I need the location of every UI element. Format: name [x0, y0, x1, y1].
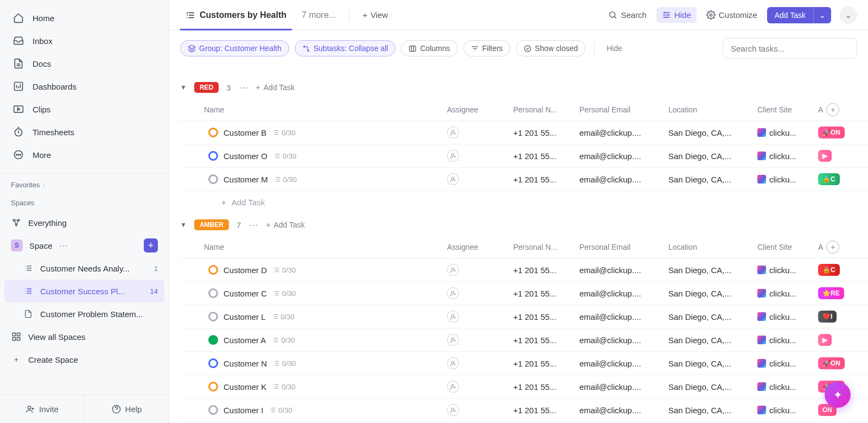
group-add-task[interactable]: + Add Task: [266, 220, 305, 229]
subtask-count[interactable]: 0/30: [269, 406, 292, 414]
status-dot-icon[interactable]: [208, 312, 218, 321]
add-task-row[interactable]: + Add Task: [180, 191, 868, 209]
subtask-count[interactable]: 0/30: [271, 336, 295, 344]
status-dot-icon[interactable]: [208, 265, 218, 275]
hide-toggle[interactable]: Hide: [603, 44, 626, 53]
chevron-down-icon[interactable]: ⌄: [813, 7, 831, 23]
subtasks-pill[interactable]: Subtasks: Collapse all: [295, 40, 396, 56]
help-button[interactable]: Help: [84, 395, 169, 423]
show-closed-pill[interactable]: Show closed: [516, 40, 585, 56]
subtask-count[interactable]: 0/30: [272, 289, 296, 298]
assignee-add-button[interactable]: [447, 150, 459, 162]
tab-more-views[interactable]: 7 more...: [296, 0, 341, 30]
add-button[interactable]: +: [144, 238, 158, 252]
stage-tag[interactable]: ▶: [818, 150, 832, 162]
doc-icon: [24, 310, 34, 318]
status-badge[interactable]: AMBER: [194, 219, 229, 230]
stage-tag[interactable]: ❤️I: [818, 311, 837, 323]
table-row[interactable]: Customer A 0/30 +1 201 55... email@click…: [180, 329, 868, 352]
stage-tag[interactable]: 🔒C: [818, 173, 840, 185]
collapse-icon[interactable]: ▼: [180, 221, 187, 229]
sidebar-item-everything[interactable]: Everything: [4, 211, 164, 234]
sidebar-item-create-space[interactable]: + Create Space: [4, 348, 164, 371]
table-row[interactable]: Customer K 0/30 +1 201 55... email@click…: [180, 375, 868, 399]
sidebar-item-home[interactable]: Home: [4, 7, 164, 29]
invite-button[interactable]: Invite: [0, 395, 84, 423]
more-icon[interactable]: ⋯: [59, 241, 68, 251]
table-row[interactable]: Customer D 0/30 +1 201 55... email@click…: [180, 258, 868, 282]
stage-tag[interactable]: ⭐RE: [818, 287, 844, 299]
stage-tag[interactable]: 🔒C: [818, 264, 840, 276]
collapse-icon[interactable]: ▼: [180, 84, 187, 91]
status-dot-icon[interactable]: [208, 382, 218, 392]
assignee-add-button[interactable]: [447, 264, 459, 276]
search-button[interactable]: Search: [603, 7, 652, 23]
subtask-count[interactable]: 0/30: [272, 129, 295, 137]
list-item[interactable]: Customer Problem Statem...: [4, 302, 164, 325]
sidebar-item-timesheets[interactable]: Timesheets: [4, 121, 164, 143]
status-dot-icon[interactable]: [208, 288, 218, 298]
status-dot-icon[interactable]: [208, 405, 218, 415]
add-task-button[interactable]: Add Task ⌄: [767, 7, 831, 23]
assignee-add-button[interactable]: [447, 127, 459, 138]
list-item[interactable]: Customer Needs Analy... 1: [4, 257, 164, 280]
filters-pill[interactable]: Filters: [463, 40, 510, 56]
sidebar-item-dashboards[interactable]: Dashboards: [4, 75, 164, 98]
customize-button[interactable]: Customize: [701, 7, 763, 23]
subtask-count[interactable]: 0/30: [272, 359, 296, 368]
status-dot-icon[interactable]: [208, 174, 218, 184]
hide-button[interactable]: Hide: [656, 7, 697, 23]
sidebar-item-inbox[interactable]: Inbox: [4, 29, 164, 52]
table-row[interactable]: Customer B 0/30 +1 201 55... email@click…: [180, 121, 868, 144]
spaces-header[interactable]: Spaces: [0, 193, 169, 211]
add-column-button[interactable]: +: [826, 103, 839, 116]
subtask-count[interactable]: 0/30: [272, 383, 295, 391]
add-column-button[interactable]: +: [826, 241, 839, 254]
more-icon[interactable]: ⋯: [248, 219, 258, 231]
col-header: Name: [204, 241, 443, 254]
more-icon[interactable]: ⋯: [239, 81, 248, 93]
group-add-task[interactable]: + Add Task: [256, 83, 295, 92]
search-tasks-input[interactable]: [723, 38, 857, 59]
table-row[interactable]: Customer C 0/30 +1 201 55... email@click…: [180, 282, 868, 305]
check-circle-icon: [524, 45, 532, 53]
sidebar-item-view-all-spaces[interactable]: View all Spaces: [4, 325, 164, 348]
sidebar-item-space[interactable]: S Space ⋯ +: [4, 234, 164, 257]
location-cell: San Diego, CA,...: [664, 357, 753, 369]
table-row[interactable]: Customer N 0/30 +1 201 55... email@click…: [180, 352, 868, 375]
stage-tag[interactable]: ▶: [818, 334, 832, 346]
sidebar-item-clips[interactable]: Clips: [4, 98, 164, 121]
assignee-add-button[interactable]: [447, 357, 459, 369]
subtask-count[interactable]: 0/30: [271, 313, 295, 321]
collapse-button[interactable]: ⌄: [840, 7, 857, 24]
assignee-add-button[interactable]: [447, 404, 459, 416]
stage-tag[interactable]: 🚀ON: [818, 127, 845, 138]
tab-customers-by-health[interactable]: Customers by Health: [180, 0, 292, 30]
ai-fab[interactable]: ✦: [825, 382, 851, 408]
group-by-pill[interactable]: Group: Customer Health: [180, 40, 289, 56]
table-row[interactable]: Customer I 0/30 +1 201 55... email@click…: [180, 399, 868, 422]
columns-pill[interactable]: Columns: [401, 40, 457, 56]
table-row[interactable]: Customer L 0/30 +1 201 55... email@click…: [180, 305, 868, 329]
assignee-add-button[interactable]: [447, 311, 459, 323]
stage-tag[interactable]: 🚀ON: [818, 357, 845, 369]
subtask-count[interactable]: 0/30: [273, 175, 297, 184]
status-dot-icon[interactable]: [208, 128, 218, 137]
status-dot-icon[interactable]: [208, 151, 218, 161]
assignee-add-button[interactable]: [447, 381, 459, 393]
assignee-add-button[interactable]: [447, 334, 459, 346]
sidebar-item-docs[interactable]: Docs: [4, 52, 164, 75]
status-dot-icon[interactable]: [208, 358, 218, 368]
status-dot-icon[interactable]: [208, 335, 218, 345]
sidebar-item-more[interactable]: More: [4, 143, 164, 166]
favorites-header[interactable]: Favorites›: [0, 175, 169, 193]
assignee-add-button[interactable]: [447, 287, 459, 299]
subtask-count[interactable]: 0/30: [273, 152, 296, 160]
table-row[interactable]: Customer M 0/30 +1 201 55... email@click…: [180, 168, 868, 191]
list-item[interactable]: Customer Success Pl... 14: [4, 280, 164, 302]
subtask-count[interactable]: 0/30: [272, 266, 296, 274]
add-view-button[interactable]: +View: [357, 7, 393, 23]
table-row[interactable]: Customer O 0/30 +1 201 55... email@click…: [180, 144, 868, 168]
assignee-add-button[interactable]: [447, 173, 459, 185]
status-badge[interactable]: RED: [194, 82, 219, 93]
